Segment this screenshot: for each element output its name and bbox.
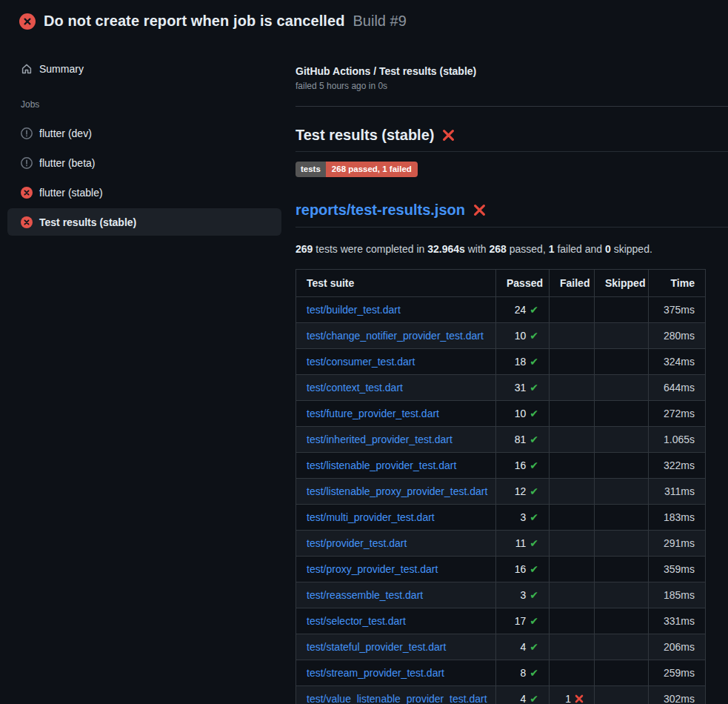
time-cell: 291ms	[649, 531, 706, 557]
table-header-row: Test suitePassedFailedSkippedTime	[296, 270, 706, 297]
time-cell: 185ms	[649, 582, 706, 608]
sidebar-item-summary[interactable]: Summary	[7, 56, 281, 82]
suite-link[interactable]: test/consumer_test.dart	[307, 356, 415, 368]
suite-link[interactable]: test/provider_test.dart	[307, 537, 407, 549]
suite-link[interactable]: test/listenable_provider_test.dart	[307, 459, 456, 471]
passed-cell: 18✔	[496, 349, 550, 375]
suite-cell: test/inherited_provider_test.dart	[296, 427, 496, 453]
suite-link[interactable]: test/reassemble_test.dart	[307, 589, 423, 601]
table-row: test/reassemble_test.dart3✔185ms	[296, 582, 706, 608]
column-header-passed: Passed	[496, 270, 550, 297]
suite-link[interactable]: test/proxy_provider_test.dart	[307, 563, 438, 575]
sidebar-item-label: Test results (stable)	[39, 216, 136, 228]
badge-label: tests	[295, 162, 326, 177]
build-number: Build #9	[353, 13, 407, 30]
section-title-row: Test results (stable)	[295, 124, 728, 152]
failed-cell	[550, 323, 595, 349]
suite-cell: test/consumer_test.dart	[296, 349, 496, 375]
suite-link[interactable]: test/stateful_provider_test.dart	[307, 641, 446, 653]
passed-count: 31	[515, 382, 527, 393]
table-row: test/context_test.dart31✔644ms	[296, 375, 706, 401]
passed-cell: 8✔	[496, 660, 550, 686]
skipped-cell	[595, 401, 649, 427]
suite-cell: test/multi_provider_test.dart	[296, 505, 496, 531]
sidebar-item-label: flutter (stable)	[39, 187, 103, 199]
check-icon: ✔	[530, 589, 538, 601]
sidebar-item-job-3[interactable]: Test results (stable)	[7, 208, 281, 236]
skipped-cell	[595, 479, 649, 505]
passed-count: 4	[520, 641, 526, 653]
time-cell: 331ms	[649, 608, 706, 634]
skipped-cell	[595, 608, 649, 634]
passed-count: 81	[515, 434, 527, 445]
table-row: test/stateful_provider_test.dart4✔206ms	[296, 634, 706, 660]
suite-cell: test/listenable_proxy_provider_test.dart	[296, 479, 496, 505]
suite-link[interactable]: test/listenable_proxy_provider_test.dart	[307, 485, 487, 497]
suite-link[interactable]: test/stream_provider_test.dart	[307, 667, 444, 679]
suite-link[interactable]: test/context_test.dart	[307, 382, 403, 393]
suite-link[interactable]: test/future_provider_test.dart	[307, 408, 439, 419]
badge-value: 268 passed, 1 failed	[326, 162, 418, 177]
passed-cell: 10✔	[496, 401, 550, 427]
suite-link[interactable]: test/value_listenable_provider_test.dart	[307, 693, 487, 704]
suite-cell: test/builder_test.dart	[296, 297, 496, 323]
passed-cell: 4✔	[496, 634, 550, 660]
table-row: test/inherited_provider_test.dart81✔1.06…	[296, 427, 706, 453]
table-row: test/listenable_provider_test.dart16✔322…	[296, 453, 706, 479]
time-cell: 359ms	[649, 557, 706, 582]
check-icon: ✔	[530, 563, 538, 575]
time-cell: 322ms	[649, 453, 706, 479]
suite-cell: test/future_provider_test.dart	[296, 401, 496, 427]
passed-cell: 16✔	[496, 453, 550, 479]
time-cell: 1.065s	[649, 427, 706, 453]
passed-cell: 10✔	[496, 323, 550, 349]
failed-cell	[550, 427, 595, 453]
time-cell: 644ms	[649, 375, 706, 401]
check-icon: ✔	[530, 304, 538, 316]
passed-cell: 24✔	[496, 297, 550, 323]
table-row: test/change_notifier_provider_test.dart1…	[296, 323, 706, 349]
time-cell: 280ms	[649, 323, 706, 349]
passed-count: 4	[520, 693, 526, 704]
home-icon	[21, 63, 33, 75]
run-title: Do not create report when job is cancell…	[44, 13, 345, 30]
report-link[interactable]: reports/test-results.json	[295, 199, 465, 220]
check-icon: ✔	[530, 641, 538, 653]
passed-cell: 11✔	[496, 531, 550, 557]
check-icon: ✔	[530, 537, 538, 549]
sidebar-item-job-1[interactable]: flutter (beta)	[7, 149, 281, 176]
check-icon: ✔	[530, 485, 538, 497]
passed-cell: 4✔	[496, 686, 550, 704]
suite-link[interactable]: test/selector_test.dart	[307, 615, 406, 627]
failed-cell	[550, 349, 595, 375]
passed-count: 3	[520, 511, 526, 523]
passed-cell: 31✔	[496, 375, 550, 401]
suite-link[interactable]: test/builder_test.dart	[307, 304, 401, 316]
column-header-time: Time	[649, 270, 706, 297]
x-circle-icon	[21, 187, 33, 199]
failed-cell	[550, 608, 595, 634]
sidebar-item-job-2[interactable]: flutter (stable)	[7, 179, 281, 206]
alert-circle-icon	[21, 157, 33, 169]
run-meta: failed 5 hours ago in 0s	[295, 80, 728, 92]
check-icon: ✔	[530, 615, 538, 627]
report-title-row: reports/test-results.json	[295, 199, 728, 228]
column-header-test-suite: Test suite	[296, 270, 496, 297]
suite-link[interactable]: test/multi_provider_test.dart	[307, 511, 435, 523]
failed-cell	[550, 557, 595, 582]
header-divider	[295, 106, 728, 107]
sidebar-item-job-0[interactable]: flutter (dev)	[7, 119, 281, 147]
test-summary: 269 tests were completed in 32.964s with…	[295, 242, 728, 256]
sidebar-item-label: flutter (dev)	[39, 127, 92, 139]
failed-cell	[550, 479, 595, 505]
suite-cell: test/listenable_provider_test.dart	[296, 453, 496, 479]
passed-cell: 81✔	[496, 427, 550, 453]
passed-count: 10	[515, 408, 527, 419]
time-cell: 324ms	[649, 349, 706, 375]
suite-link[interactable]: test/inherited_provider_test.dart	[307, 434, 453, 445]
suite-link[interactable]: test/change_notifier_provider_test.dart	[307, 330, 484, 342]
suite-cell: test/stateful_provider_test.dart	[296, 634, 496, 660]
suite-cell: test/value_listenable_provider_test.dart	[296, 686, 496, 704]
table-row: test/stream_provider_test.dart8✔259ms	[296, 660, 706, 686]
passed-cell: 16✔	[496, 557, 550, 582]
